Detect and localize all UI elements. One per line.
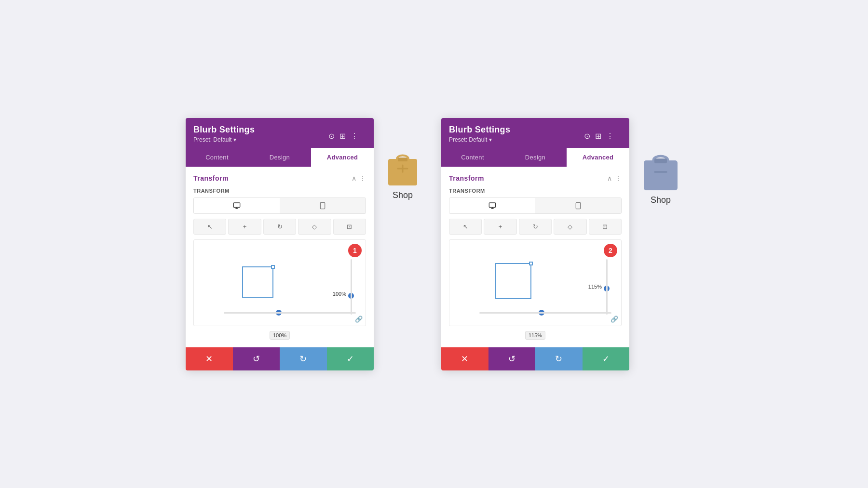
panel-body-1: Transform ∧ ⋮ Transform xyxy=(186,167,374,347)
tabs-1: Content Design Advanced xyxy=(186,148,374,167)
tab-design-2[interactable]: Design xyxy=(504,148,567,167)
slider-track-v-1 xyxy=(351,259,352,315)
link-icon-2: 🔗 xyxy=(610,316,618,323)
save-button-2[interactable]: ✓ xyxy=(583,347,630,370)
step-badge-1: 1 xyxy=(348,244,362,257)
transform-scale-1[interactable]: ⊡ xyxy=(333,219,366,235)
section-menu-icon-2[interactable]: ⋮ xyxy=(615,174,622,182)
bottom-value-1: 100% xyxy=(193,330,366,340)
cancel-button-1[interactable]: ✕ xyxy=(186,347,233,370)
section-title-2: Transform xyxy=(449,174,484,182)
canvas-box-2 xyxy=(495,263,531,299)
svg-rect-5 xyxy=(398,158,407,161)
link-icon-1: 🔗 xyxy=(355,316,363,323)
section-controls-2: ∧ ⋮ xyxy=(607,174,622,182)
transform-canvas-2: 115% 2 🔗 xyxy=(449,239,622,326)
transform-canvas-1: 100% 1 🔗 xyxy=(193,239,366,326)
svg-rect-3 xyxy=(320,202,325,209)
panel-container-1: Blurb Settings Preset: Default ▾ ⊙ ⊞ ⋮ C… xyxy=(186,118,422,370)
collapse-icon-2[interactable]: ∧ xyxy=(607,174,612,182)
transform-arrow-1[interactable]: ↖ xyxy=(193,219,226,235)
slider-track-v-2 xyxy=(606,259,608,315)
preview-area-1: Shop xyxy=(383,118,422,200)
preset-chevron-2: ▾ xyxy=(489,136,492,143)
step-badge-2: 2 xyxy=(604,244,617,257)
tab-content-2[interactable]: Content xyxy=(441,148,504,167)
section-controls-1: ∧ ⋮ xyxy=(352,174,366,182)
panel-footer-2: ✕ ↺ ↻ ✓ xyxy=(441,347,629,370)
shop-bag-icon-2 xyxy=(639,147,682,195)
save-button-1[interactable]: ✓ xyxy=(327,347,374,370)
preset-chevron-1: ▾ xyxy=(233,136,236,143)
header-icons-1: ⊙ ⊞ ⋮ xyxy=(328,132,358,141)
panel-header-2: Blurb Settings Preset: Default ▾ ⊙ ⊞ ⋮ xyxy=(441,118,629,148)
redo-button-1[interactable]: ↻ xyxy=(280,347,327,370)
shop-label-2: Shop xyxy=(651,195,671,205)
menu-icon-2[interactable]: ⋮ xyxy=(606,132,614,141)
shop-bag-icon-1 xyxy=(383,147,422,190)
toggle-other-2[interactable] xyxy=(535,198,621,213)
scale-label-x-1: 100% xyxy=(333,291,346,297)
header-icons-2: ⊙ ⊞ ⋮ xyxy=(584,132,614,141)
transform-icons-row-2: ↖ + ↻ ◇ ⊡ xyxy=(449,219,622,235)
undo-button-1[interactable]: ↺ xyxy=(233,347,280,370)
transform-plus-2[interactable]: + xyxy=(484,219,516,235)
transform-plus-1[interactable]: + xyxy=(228,219,261,235)
tab-design-1[interactable]: Design xyxy=(248,148,311,167)
panel-header-inner-1: Blurb Settings Preset: Default ▾ ⊙ ⊞ ⋮ xyxy=(193,125,366,143)
slider-value-label-1: 100% xyxy=(270,331,290,340)
cancel-button-2[interactable]: ✕ xyxy=(441,347,488,370)
panel-2: Blurb Settings Preset: Default ▾ ⊙ ⊞ ⋮ C… xyxy=(441,118,629,370)
collapse-icon-1[interactable]: ∧ xyxy=(352,174,356,182)
toggle-desktop-2[interactable] xyxy=(449,198,535,213)
svg-rect-12 xyxy=(644,160,678,190)
transform-toggle-2 xyxy=(449,198,622,214)
redo-button-2[interactable]: ↻ xyxy=(535,347,583,370)
grid-icon-2[interactable]: ⊞ xyxy=(595,132,601,141)
canvas-box-1 xyxy=(242,266,273,298)
transform-rotate-1[interactable]: ↻ xyxy=(263,219,296,235)
transform-arrow-2[interactable]: ↖ xyxy=(449,219,482,235)
target-icon-1[interactable]: ⊙ xyxy=(328,132,335,141)
svg-rect-11 xyxy=(576,202,580,209)
transform-scale-2[interactable]: ⊡ xyxy=(589,219,622,235)
slider-track-h-1 xyxy=(224,312,356,314)
slider-value-label-2: 115% xyxy=(525,331,545,340)
shop-label-1: Shop xyxy=(393,190,413,200)
transform-label-1: Transform xyxy=(193,188,366,194)
panel-body-2: Transform ∧ ⋮ Transform xyxy=(441,167,629,347)
panel-header-1: Blurb Settings Preset: Default ▾ ⊙ ⊞ ⋮ xyxy=(186,118,374,148)
transform-rotate-2[interactable]: ↻ xyxy=(519,219,552,235)
preset-label-2: Preset: Default xyxy=(449,136,487,143)
svg-rect-0 xyxy=(233,203,240,207)
grid-icon-1[interactable]: ⊞ xyxy=(339,132,346,141)
target-icon-2[interactable]: ⊙ xyxy=(584,132,590,141)
section-title-1: Transform xyxy=(193,174,229,182)
canvas-handle-1 xyxy=(271,265,275,269)
svg-rect-8 xyxy=(489,203,495,207)
tabs-2: Content Design Advanced xyxy=(441,148,629,167)
tab-content-1[interactable]: Content xyxy=(186,148,248,167)
section-menu-icon-1[interactable]: ⋮ xyxy=(359,174,366,182)
undo-button-2[interactable]: ↺ xyxy=(488,347,536,370)
toggle-other-1[interactable] xyxy=(280,198,366,213)
section-header-1: Transform ∧ ⋮ xyxy=(193,174,366,182)
bottom-value-2: 115% xyxy=(449,330,622,340)
transform-skew-2[interactable]: ◇ xyxy=(554,219,586,235)
tab-advanced-2[interactable]: Advanced xyxy=(567,148,629,167)
menu-icon-1[interactable]: ⋮ xyxy=(351,132,358,141)
transform-icons-row-1: ↖ + ↻ ◇ ⊡ xyxy=(193,219,366,235)
slider-track-h-2 xyxy=(479,312,611,314)
transform-skew-1[interactable]: ◇ xyxy=(298,219,331,235)
scale-label-x-2: 115% xyxy=(588,284,602,290)
transform-toggle-1 xyxy=(193,198,366,214)
section-header-2: Transform ∧ ⋮ xyxy=(449,174,622,182)
preset-label-1: Preset: Default xyxy=(193,136,231,143)
panel-header-inner-2: Blurb Settings Preset: Default ▾ ⊙ ⊞ ⋮ xyxy=(449,125,622,143)
panel-1: Blurb Settings Preset: Default ▾ ⊙ ⊞ ⋮ C… xyxy=(186,118,374,370)
svg-rect-13 xyxy=(654,158,667,163)
tab-advanced-1[interactable]: Advanced xyxy=(311,148,374,167)
panel-footer-1: ✕ ↺ ↻ ✓ xyxy=(186,347,374,370)
toggle-desktop-1[interactable] xyxy=(194,198,280,213)
preview-area-2: Shop xyxy=(639,118,682,205)
